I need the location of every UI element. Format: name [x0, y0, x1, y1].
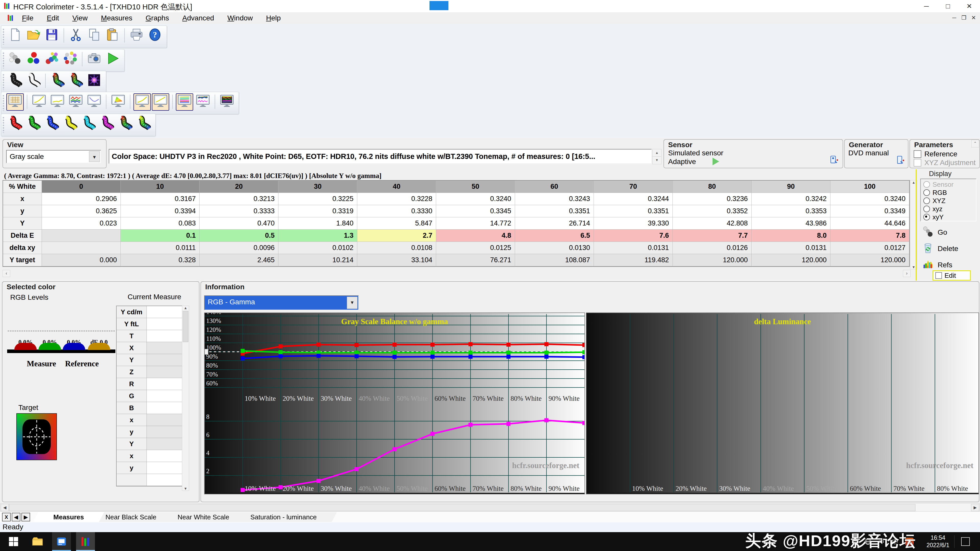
cell-Delta-E-30[interactable]: 1.3 — [278, 230, 357, 242]
cell-Y-0[interactable]: 0.023 — [42, 218, 121, 230]
cell-delta-xy-0[interactable] — [42, 242, 121, 254]
film-green-icon[interactable] — [25, 115, 42, 133]
radio-XYZ[interactable]: XYZ — [923, 197, 974, 205]
cell-Delta-E-50[interactable]: 4.8 — [436, 230, 515, 242]
tab-next-button[interactable]: ▶ — [21, 513, 30, 521]
cell-y-10[interactable]: 0.3394 — [121, 205, 200, 218]
cell-Delta-E-40[interactable]: 2.7 — [357, 230, 436, 242]
new-file-icon[interactable] — [6, 27, 24, 44]
menu-edit[interactable]: Edit — [47, 12, 59, 24]
close-button[interactable]: ✕ — [959, 0, 980, 12]
open-folder-icon[interactable] — [25, 27, 42, 44]
monitor-lum-curve-icon[interactable] — [30, 94, 48, 111]
monitor-rgb-curves-icon[interactable] — [194, 94, 212, 111]
cell-delta-xy-40[interactable]: 0.0108 — [357, 242, 436, 254]
cell-Delta-E-20[interactable]: 0.5 — [200, 230, 278, 242]
film-white-icon[interactable] — [25, 73, 42, 90]
cell-Y-50[interactable]: 14.772 — [436, 218, 515, 230]
scroll-up-arrow[interactable]: ⌃ — [971, 140, 979, 148]
cell-Delta-E-70[interactable]: 7.6 — [594, 230, 673, 242]
sensor-gray-balls-icon[interactable] — [6, 51, 24, 68]
cell-y-70[interactable]: 0.3351 — [594, 205, 673, 218]
film-rgb-a-icon[interactable] — [49, 73, 66, 90]
mdi-restore-button[interactable]: ❐ — [959, 13, 968, 22]
start-button[interactable] — [4, 532, 23, 551]
cell-y-90[interactable]: 0.3353 — [752, 205, 830, 218]
cell-Y-30[interactable]: 1.840 — [278, 218, 357, 230]
cell-Y-70[interactable]: 39.330 — [594, 218, 673, 230]
horizontal-scrollbar[interactable]: ◀ ▶ — [0, 503, 980, 511]
table-scroll-right[interactable]: › — [903, 270, 911, 277]
menu-measures[interactable]: Measures — [101, 12, 132, 24]
column-header-50[interactable]: 50 — [436, 181, 515, 193]
sensor-config-icon[interactable] — [829, 155, 839, 166]
tab-saturation-luminance[interactable]: Saturation - luminance — [230, 512, 337, 522]
cell-delta-xy-80[interactable]: 0.0126 — [673, 242, 752, 254]
film-yellow-icon[interactable] — [62, 115, 79, 133]
hcfr-taskbar-icon[interactable] — [76, 532, 95, 551]
menu-file[interactable]: File — [22, 12, 33, 24]
cell-x-10[interactable]: 0.3167 — [121, 193, 200, 205]
tab-close-button[interactable]: X — [2, 513, 11, 521]
scroll-left-arrow[interactable]: ◀ — [1, 504, 9, 511]
radio-icon[interactable] — [923, 189, 930, 196]
menu-advanced[interactable]: Advanced — [182, 12, 214, 24]
film-rgb-b-icon[interactable] — [67, 73, 84, 90]
monitor-cie-icon[interactable] — [110, 94, 127, 111]
cell-Delta-E-0[interactable] — [42, 230, 121, 242]
cell-x-90[interactable]: 0.3242 — [752, 193, 830, 205]
cell-y-20[interactable]: 0.3333 — [200, 205, 278, 218]
cell-delta-xy-10[interactable]: 0.0111 — [121, 242, 200, 254]
monitor-gamma-curve-icon[interactable] — [49, 94, 66, 111]
cell-y-0[interactable]: 0.3625 — [42, 205, 121, 218]
checkbox-icon[interactable] — [914, 150, 921, 158]
menu-graphs[interactable]: Graphs — [146, 12, 169, 24]
cell-Y-target-20[interactable]: 2.465 — [200, 254, 278, 266]
cell-delta-xy-20[interactable]: 0.0096 — [200, 242, 278, 254]
current-measure-scrollbar[interactable]: ▲ ▼ — [182, 306, 189, 491]
info-spin-down[interactable]: ▼ — [652, 156, 662, 164]
galaxy-icon[interactable] — [86, 73, 103, 90]
cell-x-0[interactable]: 0.2906 — [42, 193, 121, 205]
sensor-rgb-balls-icon[interactable] — [25, 51, 42, 68]
cell-delta-xy-30[interactable]: 0.0102 — [278, 242, 357, 254]
camera-icon[interactable] — [86, 51, 103, 68]
monitor-multi-curve-icon[interactable] — [67, 94, 84, 111]
cell-Y-target-90[interactable]: 120.000 — [752, 254, 830, 266]
cell-x-70[interactable]: 0.3244 — [594, 193, 673, 205]
cell-Y-20[interactable]: 0.470 — [200, 218, 278, 230]
radio-xyY[interactable]: xyY — [923, 213, 974, 221]
cell-Y-target-80[interactable]: 120.000 — [673, 254, 752, 266]
film-magenta-icon[interactable] — [98, 115, 116, 133]
menu-help[interactable]: Help — [266, 12, 281, 24]
cell-Y-target-60[interactable]: 108.087 — [515, 254, 594, 266]
film-blue-icon[interactable] — [43, 115, 60, 133]
cell-Y-target-0[interactable]: 0.000 — [42, 254, 121, 266]
tab-measures[interactable]: Measures — [33, 512, 104, 522]
cell-Y-target-30[interactable]: 10.214 — [278, 254, 357, 266]
column-header-10[interactable]: 10 — [121, 181, 200, 193]
cell-delta-xy-90[interactable]: 0.0131 — [752, 242, 830, 254]
info-spin-up[interactable]: ▲ — [652, 149, 662, 157]
scrollbar-thumb[interactable] — [9, 504, 915, 511]
monitor-table-icon[interactable] — [6, 94, 24, 111]
radio-icon[interactable] — [923, 206, 930, 212]
column-header-0[interactable]: 0 — [42, 181, 121, 193]
cell-Delta-E-90[interactable]: 8.0 — [752, 230, 830, 242]
cell-y-30[interactable]: 0.3319 — [278, 205, 357, 218]
film-red-icon[interactable] — [6, 115, 24, 133]
column-header-70[interactable]: 70 — [594, 181, 673, 193]
monitor-rgb-levels-icon[interactable] — [176, 94, 193, 111]
cell-y-100[interactable]: 0.3349 — [830, 205, 909, 218]
cell-x-20[interactable]: 0.3213 — [200, 193, 278, 205]
tab-prev-button[interactable]: ◀ — [12, 513, 21, 521]
monitor-blue-curve-icon[interactable] — [86, 94, 103, 111]
view-dropdown[interactable]: Gray scale ▼ — [6, 150, 101, 163]
print-icon[interactable] — [128, 27, 145, 44]
copy-icon[interactable] — [86, 27, 103, 44]
column-header-30[interactable]: 30 — [278, 181, 357, 193]
cell-delta-xy-60[interactable]: 0.0130 — [515, 242, 594, 254]
radio-RGB[interactable]: RGB — [923, 189, 974, 197]
monitor-gamma2-icon[interactable] — [152, 94, 169, 111]
column-header-100[interactable]: 100 — [830, 181, 909, 193]
